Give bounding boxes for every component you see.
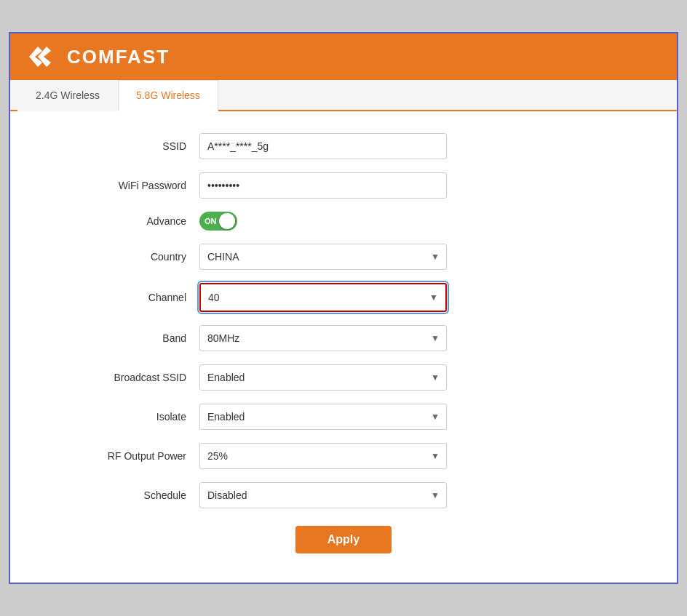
- country-label: Country: [39, 251, 199, 263]
- ssid-input[interactable]: [199, 133, 447, 159]
- tab-58g[interactable]: 5.8G Wireless: [118, 80, 218, 111]
- brand-name: COMFAST: [67, 46, 170, 68]
- schedule-label: Schedule: [39, 489, 199, 501]
- toggle-on-label: ON: [204, 217, 217, 225]
- country-select[interactable]: CHINA USA EU: [199, 244, 447, 270]
- channel-row: Channel 40 36 44 48 ▼: [39, 283, 648, 312]
- band-row: Band 80MHz 40MHz 20MHz ▼: [39, 325, 648, 351]
- isolate-label: Isolate: [39, 411, 199, 423]
- isolate-select-wrapper: Enabled Disabled ▼: [199, 404, 447, 430]
- isolate-row: Isolate Enabled Disabled ▼: [39, 404, 648, 430]
- advance-label: Advance: [39, 215, 199, 227]
- country-select-wrapper: CHINA USA EU ▼: [199, 244, 447, 270]
- band-select-wrapper: 80MHz 40MHz 20MHz ▼: [199, 325, 447, 351]
- main-container: COMFAST 2.4G Wireless 5.8G Wireless SSID…: [9, 32, 678, 584]
- comfast-logo-icon: [25, 44, 60, 70]
- wifi-password-label: WiFi Password: [39, 180, 199, 191]
- broadcast-ssid-row: Broadcast SSID Enabled Disabled ▼: [39, 364, 648, 391]
- ssid-row: SSID: [39, 133, 648, 159]
- broadcast-ssid-label: Broadcast SSID: [39, 372, 199, 383]
- advance-toggle[interactable]: ON: [199, 212, 237, 231]
- rf-output-power-select[interactable]: 25% 50% 75% 100%: [199, 443, 447, 469]
- tab-24g[interactable]: 2.4G Wireless: [17, 80, 118, 111]
- channel-select[interactable]: 40 36 44 48: [201, 284, 445, 311]
- ssid-label: SSID: [39, 140, 199, 152]
- isolate-select[interactable]: Enabled Disabled: [199, 404, 447, 430]
- schedule-select[interactable]: Disabled Enabled: [199, 482, 447, 508]
- advance-row: Advance ON: [39, 212, 648, 231]
- schedule-row: Schedule Disabled Enabled ▼: [39, 482, 648, 508]
- tabs-bar: 2.4G Wireless 5.8G Wireless: [10, 80, 677, 111]
- broadcast-ssid-select[interactable]: Enabled Disabled: [199, 364, 447, 391]
- channel-select-wrapper: 40 36 44 48 ▼: [199, 283, 447, 312]
- rf-output-power-label: RF Output Power: [39, 450, 199, 462]
- toggle-knob: [219, 213, 235, 229]
- wifi-password-row: WiFi Password: [39, 172, 648, 199]
- band-label: Band: [39, 332, 199, 344]
- apply-button[interactable]: Apply: [295, 526, 392, 553]
- broadcast-ssid-select-wrapper: Enabled Disabled ▼: [199, 364, 447, 391]
- band-select[interactable]: 80MHz 40MHz 20MHz: [199, 325, 447, 351]
- wifi-password-input[interactable]: [199, 172, 447, 199]
- rf-output-power-select-wrapper: 25% 50% 75% 100% ▼: [199, 443, 447, 469]
- channel-label: Channel: [39, 292, 199, 303]
- country-row: Country CHINA USA EU ▼: [39, 244, 648, 270]
- rf-output-power-row: RF Output Power 25% 50% 75% 100% ▼: [39, 443, 648, 469]
- header: COMFAST: [10, 33, 677, 80]
- apply-row: Apply: [39, 526, 648, 561]
- schedule-select-wrapper: Disabled Enabled ▼: [199, 482, 447, 508]
- form-content: SSID WiFi Password Advance ON Country CH…: [10, 111, 677, 583]
